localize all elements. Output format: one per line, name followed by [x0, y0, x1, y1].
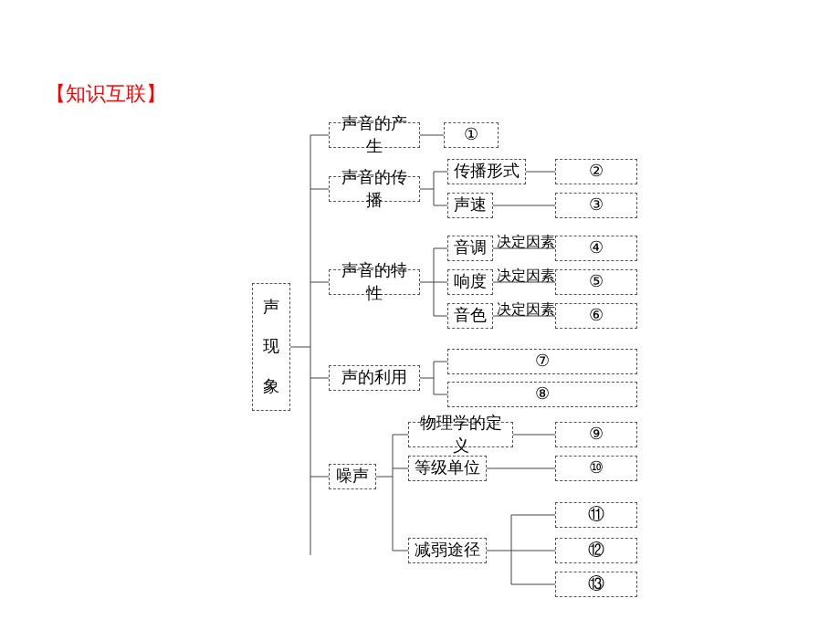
- blank-11: ⑪: [555, 502, 637, 528]
- blank-1: ①: [444, 122, 499, 148]
- root-char-1: 声: [263, 296, 279, 319]
- blank-6: ⑥: [555, 303, 637, 329]
- node-trans-form: 传播形式: [447, 159, 526, 184]
- node-sound-use: 声的利用: [329, 365, 420, 391]
- blank-13: ⑬: [555, 572, 637, 597]
- section-title: 【知识互联】: [46, 80, 166, 108]
- node-timbre: 音色: [447, 303, 493, 329]
- page: 【知识互联】: [0, 0, 840, 630]
- blank-4: ④: [555, 236, 637, 261]
- node-loudness: 响度: [447, 269, 493, 295]
- blank-10: ⑩: [555, 456, 637, 481]
- label-factor-2: 决定因素: [497, 268, 555, 283]
- label-factor-1: 决定因素: [497, 235, 555, 249]
- node-noise: 噪声: [329, 464, 376, 489]
- blank-12: ⑫: [555, 538, 637, 563]
- blank-9: ⑨: [555, 422, 637, 447]
- node-weaken-path: 减弱途径: [408, 538, 487, 563]
- blank-3: ③: [555, 193, 637, 218]
- node-sound-feature: 声音的特性: [329, 269, 420, 295]
- node-pitch: 音调: [447, 236, 493, 261]
- node-sound-speed: 声速: [447, 193, 493, 218]
- label-factor-3: 决定因素: [497, 302, 555, 317]
- root-char-3: 象: [263, 375, 279, 398]
- node-phys-def: 物理学的定义: [408, 422, 513, 447]
- blank-5: ⑤: [555, 269, 637, 295]
- root-char-2: 现: [263, 335, 279, 358]
- node-level-unit: 等级单位: [408, 456, 487, 481]
- blank-2: ②: [555, 159, 637, 184]
- node-sound-produce: 声音的产生: [329, 122, 420, 148]
- blank-8: ⑧: [447, 382, 637, 407]
- node-sound-transmit: 声音的传播: [329, 176, 420, 202]
- root-node: 声 现 象: [252, 283, 290, 411]
- blank-7: ⑦: [447, 349, 637, 374]
